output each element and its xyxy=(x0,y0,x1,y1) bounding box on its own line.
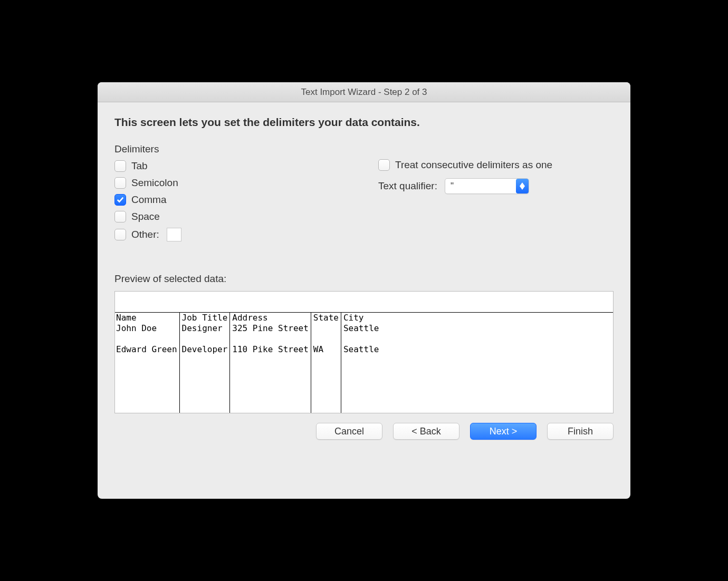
other-delimiter-input[interactable] xyxy=(167,228,181,241)
preview-cell: Developer xyxy=(182,344,228,355)
preview-column: Job TitleDesignerDeveloper xyxy=(180,313,231,413)
preview-cell: Designer xyxy=(182,323,228,334)
semicolon-checkbox[interactable] xyxy=(114,177,126,189)
consecutive-label: Treat consecutive delimiters as one xyxy=(395,159,552,171)
qualifier-value: " xyxy=(445,181,516,191)
preview-cell: WA xyxy=(313,344,339,355)
text-qualifier-select[interactable]: " xyxy=(445,178,529,194)
preview-column: Address325 Pine Street110 Pike Street xyxy=(230,313,311,413)
tab-checkbox[interactable] xyxy=(114,160,126,172)
preview-cell: Seattle xyxy=(343,323,611,334)
other-checkbox[interactable] xyxy=(114,229,126,240)
checkbox-row-comma: Comma xyxy=(114,194,357,206)
checkbox-row-consecutive: Treat consecutive delimiters as one xyxy=(378,159,614,171)
checkbox-row-tab: Tab xyxy=(114,160,357,172)
check-icon xyxy=(117,196,124,204)
instruction-text: This screen lets you set the delimiters … xyxy=(114,116,614,129)
preview-cell: Seattle xyxy=(343,344,611,355)
preview-cell xyxy=(116,334,177,344)
preview-column: StateWA xyxy=(311,313,341,413)
svg-marker-1 xyxy=(520,186,525,190)
preview-column: CitySeattleSeattle xyxy=(341,313,613,413)
preview-label: Preview of selected data: xyxy=(114,273,614,285)
next-button[interactable]: Next > xyxy=(470,423,537,440)
text-qualifier-row: Text qualifier: " xyxy=(378,178,614,194)
preview-column: NameJohn DoeEdward Green xyxy=(115,313,180,413)
dialog-window: Text Import Wizard - Step 2 of 3 This sc… xyxy=(98,82,630,499)
preview-cell: State xyxy=(313,313,339,323)
preview-header-blank xyxy=(115,292,613,313)
preview-box: NameJohn DoeEdward GreenJob TitleDesigne… xyxy=(114,291,614,413)
button-row: Cancel < Back Next > Finish xyxy=(114,423,614,440)
space-checkbox[interactable] xyxy=(114,211,126,222)
preview-cell: Edward Green xyxy=(116,344,177,355)
preview-cell xyxy=(313,334,339,344)
preview-cell xyxy=(313,323,339,334)
window-titlebar: Text Import Wizard - Step 2 of 3 xyxy=(98,82,630,102)
preview-cell: 325 Pine Street xyxy=(232,323,309,334)
checkbox-row-space: Space xyxy=(114,211,357,222)
preview-cell: City xyxy=(343,313,611,323)
semicolon-label: Semicolon xyxy=(131,177,178,189)
delimiters-column: Delimiters Tab Semicolon xyxy=(114,143,357,247)
preview-cell: Job Title xyxy=(182,313,228,323)
finish-button[interactable]: Finish xyxy=(547,423,614,440)
preview-cell xyxy=(232,334,309,344)
tab-label: Tab xyxy=(131,160,148,172)
space-label: Space xyxy=(131,211,160,222)
consecutive-checkbox[interactable] xyxy=(378,159,390,171)
qualifier-label: Text qualifier: xyxy=(378,180,437,192)
preview-table[interactable]: NameJohn DoeEdward GreenJob TitleDesigne… xyxy=(115,313,613,413)
preview-cell: 110 Pike Street xyxy=(232,344,309,355)
preview-cell: John Doe xyxy=(116,323,177,334)
svg-marker-0 xyxy=(520,182,525,186)
back-button[interactable]: < Back xyxy=(393,423,459,440)
preview-cell: Address xyxy=(232,313,309,323)
select-stepper-icon xyxy=(516,179,529,193)
cancel-button[interactable]: Cancel xyxy=(316,423,382,440)
preview-cell xyxy=(343,334,611,344)
checkbox-row-semicolon: Semicolon xyxy=(114,177,357,189)
delimiters-label: Delimiters xyxy=(114,143,357,155)
preview-cell: Name xyxy=(116,313,177,323)
other-label: Other: xyxy=(131,229,159,240)
comma-checkbox[interactable] xyxy=(114,194,126,206)
comma-label: Comma xyxy=(131,194,167,206)
right-options-column: Treat consecutive delimiters as one Text… xyxy=(378,143,614,247)
options-row: Delimiters Tab Semicolon xyxy=(114,143,614,247)
window-title: Text Import Wizard - Step 2 of 3 xyxy=(301,87,427,98)
checkbox-row-other: Other: xyxy=(114,228,357,241)
dialog-content: This screen lets you set the delimiters … xyxy=(98,102,630,499)
preview-cell xyxy=(182,334,228,344)
